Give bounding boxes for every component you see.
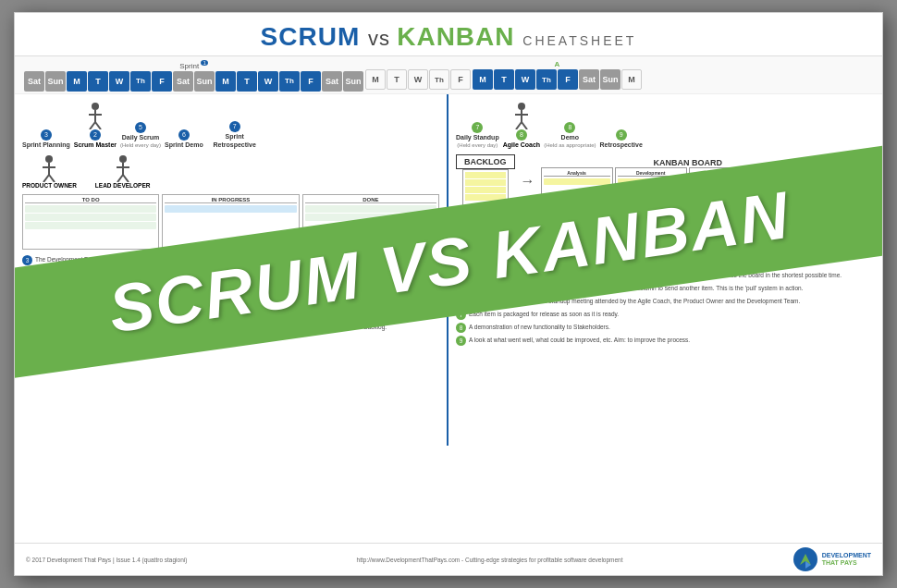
customer-arrow: → — [850, 173, 865, 190]
item7-text: At the end of the sprint, completed item… — [35, 323, 439, 333]
svg-line-8 — [43, 175, 49, 182]
analysis-header: Analysis — [544, 170, 610, 177]
kanban-board-container: KANBAN BOARD Analysis Development Tes — [541, 154, 835, 214]
item5-number: 5 — [22, 297, 32, 307]
product-owner-label: PRODUCT OWNER — [22, 182, 77, 189]
sprint-planning-event: 3 Sprint Planning — [22, 129, 70, 149]
svg-point-10 — [119, 155, 127, 163]
logo-container: DEVELOPMENT THAT PAYS — [793, 546, 871, 572]
backlog-card3 — [465, 187, 506, 193]
svg-line-4 — [95, 122, 101, 129]
kday-sun: Sun — [600, 69, 621, 90]
timeline-section: Sprint 1 Sat Sun M T W Th F Sat Sun M T … — [15, 56, 882, 94]
kanban-item-8: 8 A demonstration of new functionality t… — [456, 323, 875, 333]
kanban-columns: Analysis Development Testing Deploy — [541, 167, 835, 214]
sprint1-days: Sat Sun M T W Th F Sat Sun M T W Th F Sa… — [24, 71, 363, 92]
kcard3 — [618, 186, 684, 192]
scrum-label: SCRUM — [261, 22, 361, 51]
backlog-area: BACKLOG — [456, 154, 515, 215]
day-sun: Sun — [45, 71, 66, 92]
kitem8-number: 8 — [456, 323, 466, 333]
day-f3: F — [450, 69, 471, 90]
deploy-header: Deploy — [766, 170, 832, 177]
kitem5-text: An empty - or nearly empty - column is a… — [469, 284, 875, 294]
day-sat3: Sat — [322, 71, 342, 92]
sprint-retro-event: 7 Sprint Retrospective — [207, 121, 263, 149]
kcard1 — [544, 178, 610, 185]
day-sun2: Sun — [194, 71, 215, 92]
day-th1: Th — [130, 71, 151, 92]
day-t1: T — [88, 71, 108, 92]
kday-f1: F — [558, 69, 578, 90]
scrum-item-3: 3 The Development Team works on items in… — [22, 255, 439, 274]
agile-coach-icon — [511, 102, 532, 129]
header-title: SCRUM vs KANBAN CHEATSHEET — [15, 22, 882, 52]
scrum-master-figure: 2 Scrum Master — [74, 102, 117, 149]
kitem1-number: 1 — [456, 224, 466, 234]
day-w2: W — [258, 71, 278, 92]
day-f2: F — [301, 71, 321, 92]
day-t2: T — [237, 71, 257, 92]
item6-number: 6 — [22, 310, 32, 320]
sprint-retro-number: 7 — [229, 121, 240, 132]
scrum-text-content: 3 The Development Team works on items in… — [22, 255, 439, 333]
scrum-board-visual: TO DO IN PROGRESS DONE — [22, 194, 439, 250]
kday-sat: Sat — [579, 69, 599, 90]
day-th3: Th — [429, 69, 449, 90]
card1 — [25, 205, 156, 213]
kitem3-text: Items are 'pulled' directly from the Pro… — [469, 258, 875, 268]
day-f1: F — [152, 71, 172, 92]
daily-standup-event: 7 Daily Standup (Held every day) — [456, 122, 499, 149]
kitem8-text: A demonstration of new functionality to … — [469, 323, 875, 333]
cheatsheet-label: CHEATSHEET — [522, 33, 636, 48]
analysis-col: Analysis — [541, 167, 613, 214]
kcard4 — [766, 178, 832, 185]
logo-top: DEVELOPMENT — [822, 552, 871, 559]
kday-t1: T — [494, 69, 514, 90]
agile-coach-figure: 8 Agile Coach — [503, 102, 540, 149]
scrum-item-6: 6 An examination of what went well, what… — [22, 310, 439, 320]
item3-text: The Development Team works on items in t… — [35, 255, 439, 274]
page-wrapper: SCRUM vs KANBAN CHEATSHEET Sprint 1 Sat … — [14, 12, 883, 576]
kitem3-number: 3 — [456, 258, 466, 268]
day-w3: W — [408, 69, 428, 90]
scrum-master-number: 2 — [90, 129, 101, 141]
retro-event: 9 Retrospective — [600, 129, 643, 149]
kitem2-number: 2 — [456, 237, 466, 247]
sprint1-block: Sprint 1 Sat Sun M T W Th F Sat Sun M T … — [24, 60, 363, 92]
kitem6-text: The Daily Standup is a short standup mee… — [469, 297, 875, 307]
card4 — [165, 205, 296, 213]
footer-left: © 2017 Development That Pays | Issue 1.4… — [26, 557, 187, 563]
day-sat2: Sat — [173, 71, 193, 92]
lead-developer-label: LEAD DEVELOPER — [95, 182, 151, 189]
scrum-item-4: 4 The Daily Scrum (aka Daily Huddle, Dai… — [22, 276, 439, 295]
kanban-a-label: A — [555, 60, 560, 68]
deployment-col: Deploy — [763, 167, 835, 214]
scrum-side: 3 Sprint Planning 2 Scrum Master 5 — [15, 94, 448, 446]
logo-text: DEVELOPMENT THAT PAYS — [822, 552, 871, 566]
item3-number: 3 — [22, 255, 32, 265]
customer-figure: CUSTOMER — [841, 191, 875, 220]
agile-coach-number: 8 — [516, 129, 527, 141]
item4-number: 4 — [22, 276, 32, 287]
kanban-board-label: KANBAN BOARD — [541, 158, 835, 167]
scrum-events-row: 3 Sprint Planning 2 Scrum Master 5 — [22, 102, 439, 149]
svg-line-9 — [49, 175, 55, 182]
backlog-card2 — [465, 179, 506, 186]
kanban-item-4: 4 Each column has a strict Work in Progr… — [456, 271, 875, 281]
backlog-card4 — [465, 194, 506, 201]
svg-line-13 — [117, 175, 123, 182]
kanban-board-area: BACKLOG → KANBAN BOARD Analysis — [456, 154, 875, 220]
lead-developer-figure: LEAD DEVELOPER — [95, 154, 151, 189]
main-content: 3 Sprint Planning 2 Scrum Master 5 — [15, 94, 882, 446]
sprint2-days: M T W Th F — [365, 69, 471, 90]
footer: © 2017 Development That Pays | Issue 1.4… — [15, 543, 882, 575]
svg-point-15 — [518, 103, 525, 110]
backlog-col — [462, 169, 509, 215]
kanban-item-6: 6 The Daily Standup is a short standup m… — [456, 297, 875, 307]
item5-text: Features developed during the sprint are… — [35, 297, 439, 307]
scrum-roles-row: PRODUCT OWNER LEAD DEVELOPER — [22, 154, 439, 189]
backlog-label: BACKLOG — [456, 154, 515, 169]
inprogress-col: IN PROGRESS — [162, 194, 299, 250]
kanban-timeline-block: A M T W Th F Sat Sun M — [473, 60, 642, 92]
